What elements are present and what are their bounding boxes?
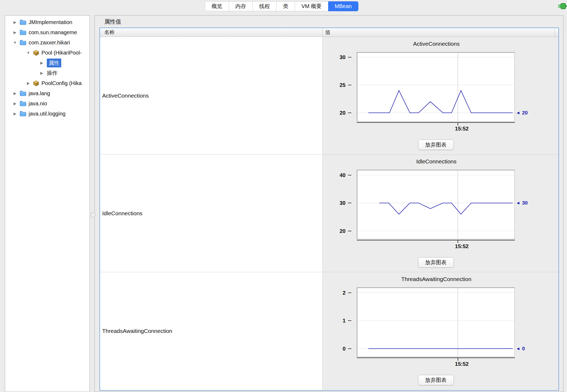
chart-area: 403020◀30: [323, 170, 558, 239]
disclosure-collapsed-icon[interactable]: ▶: [12, 112, 18, 116]
mbean-icon: [33, 49, 39, 56]
tab-内存[interactable]: 内存: [229, 1, 253, 11]
tree-item-java-lang[interactable]: ▶java.lang: [5, 88, 90, 98]
disclosure-collapsed-icon[interactable]: ▶: [12, 91, 18, 95]
tree-item-label: PoolConfig (Hika: [41, 80, 82, 86]
chart-title: ActiveConnections: [357, 41, 515, 47]
folder-icon: [20, 111, 26, 117]
x-axis-line: [357, 240, 515, 240]
tree-item-label: com.zaxxer.hikari: [29, 40, 70, 46]
chart-title: ThreadsAwaitingConnection: [357, 276, 515, 282]
x-axis-line: [357, 358, 515, 358]
attribute-value-cell: IdleConnections403020◀3015:52放弃图表: [323, 155, 558, 272]
attribute-name-cell[interactable]: ThreadsAwaitingConnection: [100, 272, 323, 390]
panel-title: 属性值: [104, 18, 121, 25]
chart-title: IdleConnections: [357, 158, 515, 165]
y-axis-tick-label: 30: [323, 199, 346, 206]
tree-item-com-zaxxer-hikari[interactable]: ▼com.zaxxer.hikari: [5, 37, 90, 48]
current-value-marker: ◀30: [517, 200, 528, 206]
y-axis-tick-label: 25: [323, 82, 346, 89]
chart-x-axis: 15:52: [357, 122, 515, 138]
disclosure-expanded-icon[interactable]: ▼: [12, 40, 18, 45]
tree-item-label: 属性: [47, 59, 61, 67]
tab-vm-概要[interactable]: VM 概要: [295, 1, 328, 11]
current-value-arrow-icon: ◀: [517, 111, 519, 115]
attribute-row-idleconnections[interactable]: IdleConnectionsIdleConnections403020◀301…: [100, 155, 558, 272]
y-axis-tick-mark: [348, 231, 351, 231]
chart-area: 210◀0: [323, 287, 558, 357]
disclosure-collapsed-icon[interactable]: ▶: [12, 101, 18, 106]
disclosure-collapsed-icon[interactable]: ▶: [12, 30, 18, 34]
y-axis-tick-label: 1: [323, 317, 346, 324]
disclosure-expanded-icon[interactable]: ▼: [25, 51, 31, 55]
current-value-arrow-icon: ◀: [517, 201, 519, 205]
column-header-name[interactable]: 名称: [100, 28, 323, 37]
tree-item-java-nio[interactable]: ▶java.nio: [5, 98, 90, 109]
attribute-table: 名称 值 ActiveConnectionsActiveConnections3…: [99, 28, 559, 391]
current-value-text: 0: [522, 346, 525, 351]
y-axis-tick-label: 0: [323, 345, 346, 352]
tab-类[interactable]: 类: [276, 1, 295, 11]
attribute-table-header: 名称 值: [100, 28, 558, 37]
y-axis-tick-label: 20: [323, 109, 346, 116]
tree-item-java-util-logging[interactable]: ▶java.util.logging: [5, 109, 90, 119]
x-axis-tick-mark: [458, 240, 458, 243]
y-axis-tick-label: 2: [323, 289, 346, 296]
tab-概览[interactable]: 概览: [205, 1, 229, 11]
column-header-value[interactable]: 值: [323, 28, 555, 37]
folder-icon: [20, 19, 26, 25]
current-value-marker: ◀20: [517, 110, 528, 116]
attribute-name-label: ThreadsAwaitingConnection: [102, 328, 172, 334]
tree-item-label: Pool (HikariPool-: [41, 50, 82, 56]
current-value-text: 20: [522, 110, 528, 116]
y-axis-tick-mark: [348, 57, 351, 57]
mbean-icon: [33, 80, 39, 86]
tree-item-label: com.sun.manageme: [29, 29, 77, 36]
disclosure-collapsed-icon[interactable]: ▶: [12, 20, 18, 24]
attribute-name-label: IdleConnections: [102, 210, 143, 217]
x-axis-tick-mark: [458, 123, 458, 125]
tree-item-[interactable]: ▶属性: [5, 58, 90, 68]
tree-item-label: JMImplementation: [29, 19, 72, 25]
tab-线程[interactable]: 线程: [252, 1, 277, 11]
discard-chart-button[interactable]: 放弃图表: [418, 140, 454, 150]
discard-chart-button[interactable]: 放弃图表: [418, 257, 454, 268]
tree-item-jmimplementation[interactable]: ▶JMImplementation: [5, 17, 90, 27]
disclosure-collapsed-icon[interactable]: ▶: [25, 81, 31, 85]
discard-chart-button-row: 放弃图表: [357, 257, 515, 268]
tree-item-poolconfig-hika[interactable]: ▶PoolConfig (Hika: [5, 78, 90, 88]
y-axis-tick-mark: [348, 348, 351, 349]
y-axis-tick-mark: [348, 85, 351, 85]
tree-item-[interactable]: ▶操作: [5, 68, 90, 78]
discard-chart-button-row: 放弃图表: [357, 140, 515, 150]
current-value-text: 30: [522, 200, 528, 206]
attribute-name-cell[interactable]: IdleConnections: [100, 155, 323, 272]
tree-item-pool-hikaripool[interactable]: ▼Pool (HikariPool-: [5, 48, 90, 58]
chart-area: 302520◀20: [323, 52, 558, 122]
split-pane-divider[interactable]: [90, 212, 96, 218]
disclosure-collapsed-icon[interactable]: ▶: [39, 61, 45, 65]
current-value-marker: ◀0: [517, 345, 525, 352]
folder-icon: [20, 29, 26, 35]
attribute-row-threadsawaitingconnection[interactable]: ThreadsAwaitingConnectionThreadsAwaiting…: [100, 272, 558, 390]
folder-icon: [20, 90, 26, 96]
folder-icon: [20, 40, 26, 45]
y-axis-tick-label: 20: [323, 228, 346, 235]
tab-mbean[interactable]: MBean: [328, 1, 358, 11]
attribute-value-cell: ThreadsAwaitingConnection210◀015:52放弃图表: [323, 272, 558, 390]
y-axis-tick-label: 30: [323, 54, 346, 61]
mbean-attributes-panel: 属性值 名称 值 ActiveConnectionsActiveConnecti…: [94, 15, 564, 392]
attribute-value-cell: ActiveConnections302520◀2015:52放弃图表: [323, 37, 558, 154]
attribute-row-activeconnections[interactable]: ActiveConnectionsActiveConnections302520…: [100, 37, 558, 155]
disclosure-collapsed-icon[interactable]: ▶: [39, 71, 45, 75]
y-axis-tick-label: 40: [323, 172, 346, 179]
mbean-tree[interactable]: ▶JMImplementation▶com.sun.manageme▼com.z…: [5, 15, 90, 392]
chart-plot: [357, 170, 515, 239]
discard-chart-button[interactable]: 放弃图表: [418, 375, 454, 385]
discard-chart-button-row: 放弃图表: [357, 375, 515, 385]
attribute-name-cell[interactable]: ActiveConnections: [100, 37, 323, 154]
tree-item-com-sun-manageme[interactable]: ▶com.sun.manageme: [5, 27, 90, 37]
x-axis-tick-label: 15:52: [443, 126, 481, 132]
folder-icon: [20, 101, 26, 106]
chart-plot: [357, 52, 515, 122]
